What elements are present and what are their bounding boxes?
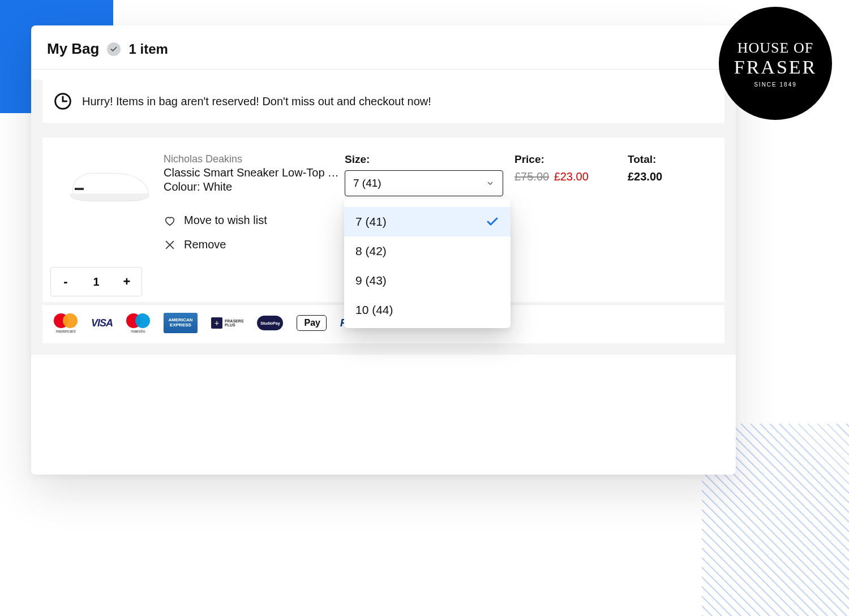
logo-line2: FRASER — [734, 57, 817, 78]
check-badge-icon — [107, 42, 121, 56]
frasers-label2: PLUS — [225, 323, 243, 327]
size-option-8[interactable]: 8 (42) — [344, 236, 511, 266]
logo-line1: HOUSE OF — [737, 40, 813, 57]
amex-icon: AMERICAN EXPRESS — [164, 313, 198, 333]
move-to-wishlist-button[interactable]: Move to wish list — [164, 208, 339, 232]
product-colour: Colour: White — [164, 180, 339, 193]
total-price: £23.00 — [628, 170, 707, 183]
price-values: £75.00 £23.00 — [514, 170, 628, 183]
size-column: Size: 7 (41) 7 (41) 8 (42) — [345, 153, 514, 196]
product-actions: Move to wish list Remove — [164, 208, 339, 257]
bag-card: My Bag 1 item Hurry! Items in bag aren't… — [31, 25, 736, 475]
heart-icon — [164, 214, 176, 227]
product-name: Classic Smart Sneaker Low-Top Trai… — [164, 166, 339, 179]
qty-value: 1 — [93, 275, 99, 288]
size-option-label: 7 (41) — [355, 215, 387, 229]
remove-label: Remove — [184, 238, 226, 251]
size-select[interactable]: 7 (41) 7 (41) 8 (42) 9 (43) — [345, 170, 503, 196]
size-option-label: 8 (42) — [355, 244, 387, 258]
mastercard-label: mastercard — [55, 329, 75, 333]
size-label: Size: — [345, 153, 514, 166]
product-image — [56, 153, 164, 216]
product-row: Nicholas Deakins Classic Smart Sneaker L… — [56, 153, 711, 257]
sneaker-graphic — [70, 167, 149, 201]
quantity-stepper: - 1 + — [50, 267, 142, 296]
item-count: 1 item — [128, 41, 168, 57]
chevron-down-icon — [486, 179, 495, 188]
old-price: £75.00 — [514, 170, 549, 183]
bag-content: Hurry! Items in bag aren't reserved! Don… — [31, 80, 736, 355]
amex-line2: EXPRESS — [170, 323, 191, 328]
size-option-label: 9 (43) — [355, 274, 387, 287]
frasers-label1: FRASERS — [225, 319, 243, 323]
size-selected-value: 7 (41) — [353, 177, 381, 189]
product-brand: Nicholas Deakins — [164, 153, 339, 165]
mastercard-icon: mastercard — [54, 313, 78, 333]
qty-increment-button[interactable]: + — [121, 274, 132, 289]
page-title: My Bag — [47, 40, 99, 58]
urgency-banner: Hurry! Items in bag aren't reserved! Don… — [42, 80, 724, 123]
check-icon — [486, 215, 499, 229]
size-option-label: 10 (44) — [355, 303, 393, 317]
maestro-label: maestro — [131, 329, 145, 333]
brand-logo: HOUSE OF FRASER SINCE 1849 — [719, 7, 832, 120]
apple-pay-icon: Pay — [297, 315, 326, 331]
total-label: Total: — [628, 153, 707, 166]
frasers-plus-icon: + FRASERS PLUS — [211, 317, 243, 329]
clock-icon — [54, 92, 72, 110]
qty-decrement-button[interactable]: - — [60, 274, 71, 289]
banner-text: Hurry! Items in bag aren't reserved! Don… — [82, 95, 431, 108]
apple-pay-label: Pay — [304, 318, 320, 328]
maestro-icon: maestro — [126, 313, 150, 333]
visa-icon: VISA — [91, 316, 113, 330]
size-option-9[interactable]: 9 (43) — [344, 266, 511, 295]
wishlist-label: Move to wish list — [184, 214, 267, 227]
size-option-10[interactable]: 10 (44) — [344, 295, 511, 325]
price-label: Price: — [514, 153, 628, 166]
bag-header: My Bag 1 item — [31, 25, 736, 70]
close-icon — [164, 239, 176, 251]
size-dropdown: 7 (41) 8 (42) 9 (43) 10 (44) — [344, 199, 511, 328]
total-column: Total: £23.00 — [628, 153, 707, 183]
remove-button[interactable]: Remove — [164, 232, 339, 257]
price-column: Price: £75.00 £23.00 — [514, 153, 628, 183]
product-meta: Nicholas Deakins Classic Smart Sneaker L… — [164, 153, 345, 257]
studiopay-icon: StudioPay — [257, 316, 283, 330]
size-option-7[interactable]: 7 (41) — [344, 207, 511, 236]
logo-line3: SINCE 1849 — [754, 81, 797, 88]
sale-price: £23.00 — [554, 170, 589, 183]
product-card: Nicholas Deakins Classic Smart Sneaker L… — [42, 137, 724, 302]
